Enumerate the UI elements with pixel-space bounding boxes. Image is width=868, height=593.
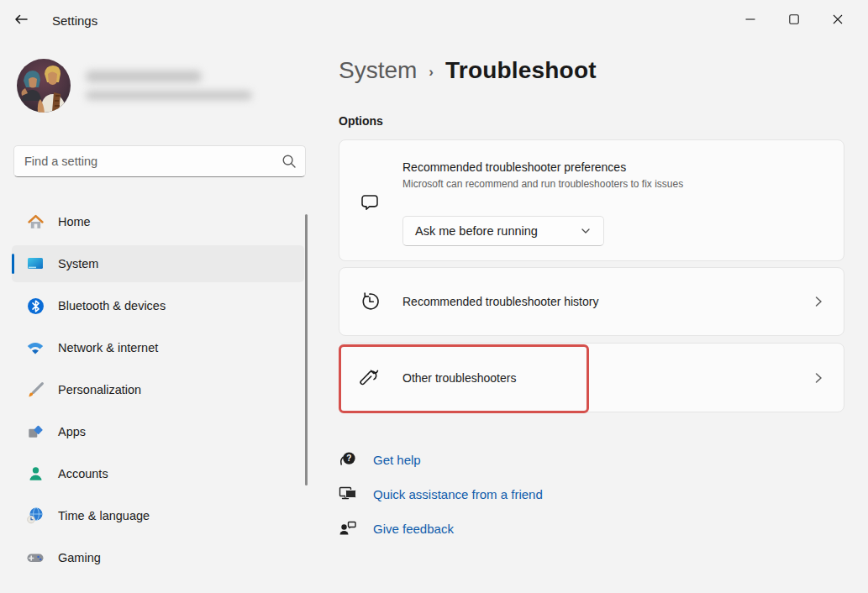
time-language-icon: [26, 506, 45, 525]
gaming-icon: [26, 548, 45, 567]
troubleshooter-preference-dropdown[interactable]: Ask me before running: [402, 216, 604, 246]
give-feedback-link[interactable]: Give feedback: [373, 522, 454, 536]
history-icon: [359, 291, 381, 312]
message-bubble-icon: [359, 192, 381, 213]
give-feedback-icon: [339, 519, 357, 538]
apps-icon: [26, 422, 45, 441]
sidebar-item-label: Apps: [58, 425, 86, 438]
sidebar-item-label: System: [58, 257, 98, 270]
card-title: Recommended troubleshooter history: [402, 295, 598, 308]
card-title: Recommended troubleshooter preferences: [402, 160, 683, 174]
sidebar-item-label: Bluetooth & devices: [58, 299, 166, 312]
accounts-icon: [26, 464, 45, 483]
minimize-icon: [745, 13, 755, 28]
sidebar-item-label: Network & internet: [58, 341, 158, 354]
sidebar-item-accounts[interactable]: Accounts: [12, 455, 304, 492]
chevron-right-icon: [812, 295, 825, 308]
titlebar: Settings: [0, 0, 868, 42]
search-input[interactable]: [13, 145, 306, 177]
breadcrumb-system[interactable]: System: [339, 57, 417, 84]
sidebar-item-bluetooth-devices[interactable]: Bluetooth & devices: [12, 287, 304, 324]
help-links: ? Get help Quick assistance from a frien…: [339, 449, 675, 552]
sidebar-item-time-language[interactable]: Time & language: [12, 497, 304, 534]
get-help-icon: ?: [339, 450, 357, 469]
sidebar-item-label: Personalization: [58, 383, 141, 396]
home-icon: [26, 213, 45, 231]
card-title: Other troubleshooters: [402, 371, 516, 385]
sidebar-item-system[interactable]: System: [12, 245, 304, 282]
card-recommended-troubleshooter-history[interactable]: Recommended troubleshooter history: [339, 267, 844, 336]
sidebar-item-apps[interactable]: Apps: [12, 413, 304, 450]
maximize-icon: [789, 13, 799, 28]
wrench-icon: [359, 367, 381, 389]
give-feedback-row: Give feedback: [339, 517, 675, 539]
app-title: Settings: [52, 13, 97, 28]
minimize-button[interactable]: [729, 0, 772, 40]
network-icon: [26, 338, 45, 357]
quick-assist-row: Quick assistance from a friend: [339, 483, 675, 505]
sidebar-item-label: Gaming: [58, 551, 101, 564]
selected-accent-pill: [12, 254, 14, 274]
maximize-button[interactable]: [772, 0, 816, 40]
back-button[interactable]: [8, 8, 34, 34]
search-box: [13, 145, 306, 177]
get-help-link[interactable]: Get help: [373, 453, 421, 467]
sidebar-item-personalization[interactable]: Personalization: [12, 371, 304, 408]
options-section-header: Options: [339, 114, 383, 128]
bluetooth-icon: [26, 296, 45, 315]
sidebar-item-label: Accounts: [58, 467, 108, 480]
sidebar-item-label: Home: [58, 215, 91, 228]
sidebar-nav: Home System Bluetooth & devices Network …: [12, 203, 306, 581]
card-subtitle: Microsoft can recommend and run troubles…: [402, 178, 683, 190]
sidebar-item-network-internet[interactable]: Network & internet: [12, 329, 304, 366]
user-email-redacted: [86, 91, 252, 100]
svg-text:?: ?: [346, 454, 351, 463]
quick-assist-link[interactable]: Quick assistance from a friend: [373, 487, 543, 501]
quick-assist-icon: [339, 485, 357, 503]
sidebar-item-home[interactable]: Home: [12, 203, 304, 240]
user-name-redacted: [86, 71, 202, 82]
back-arrow-icon: [13, 12, 29, 30]
card-other-troubleshooters[interactable]: Other troubleshooters: [339, 343, 844, 412]
chevron-down-icon: [580, 225, 592, 237]
sidebar-scrollbar[interactable]: [305, 214, 308, 485]
dropdown-selected-value: Ask me before running: [415, 224, 538, 238]
breadcrumb-separator-icon: ›: [429, 64, 434, 81]
close-icon: [833, 13, 843, 28]
sidebar-item-label: Time & language: [58, 509, 150, 522]
system-icon: [26, 255, 45, 273]
chevron-right-icon: [812, 371, 825, 385]
main-content: System › Troubleshoot Options Recommende…: [339, 42, 844, 593]
get-help-row: ? Get help: [339, 449, 675, 470]
sidebar-item-gaming[interactable]: Gaming: [12, 539, 304, 576]
page-title: Troubleshoot: [445, 57, 597, 84]
user-avatar[interactable]: [17, 59, 71, 113]
card-recommended-troubleshooter-preferences: Recommended troubleshooter preferences M…: [339, 139, 844, 261]
close-button[interactable]: [816, 0, 860, 40]
sidebar: Home System Bluetooth & devices Network …: [0, 42, 319, 593]
search-icon: [281, 153, 297, 170]
personalization-icon: [26, 380, 45, 399]
window-controls: [729, 0, 860, 40]
breadcrumb: System › Troubleshoot: [339, 57, 597, 84]
